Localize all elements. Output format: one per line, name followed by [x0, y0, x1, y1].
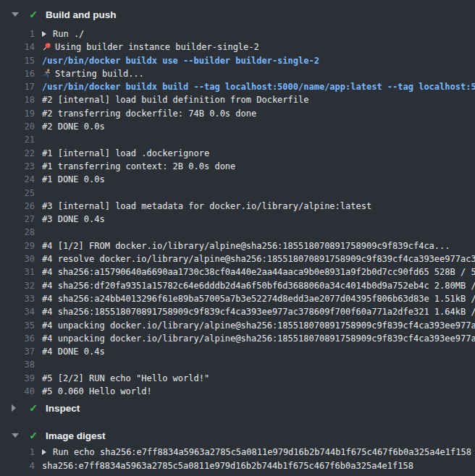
line-number: 32 — [0, 279, 35, 292]
runner-icon — [42, 69, 51, 78]
section-header-image-digest[interactable]: ✓Image digest — [0, 428, 475, 443]
line-number: 36 — [0, 332, 35, 345]
log-text: #4 resolve docker.io/library/alpine@sha2… — [42, 252, 475, 265]
log-text: #4 DONE 0.4s — [42, 345, 105, 358]
success-check-icon: ✓ — [28, 430, 39, 441]
chevron-right-glyph — [12, 404, 16, 412]
log-line[interactable]: 1Run echo sha256:e7ff8834a5963a2785c5a08… — [0, 446, 475, 459]
expand-run-icon[interactable] — [42, 449, 46, 455]
log-line[interactable]: 26#3 [internal] load metadata for docker… — [0, 200, 475, 213]
log-line[interactable]: 19#2 transferring dockerfile: 74B 0.0s d… — [0, 107, 475, 120]
log-text: #2 DONE 0.0s — [42, 120, 105, 133]
line-number: 23 — [0, 160, 35, 173]
log-text: Run echo sha256:e7ff8834a5963a2785c5a081… — [42, 446, 471, 459]
log-text: #4 [1/2] FROM docker.io/library/alpine@s… — [42, 239, 450, 252]
line-number: 24 — [0, 173, 35, 186]
line-number: 28 — [0, 226, 35, 239]
log-text: #4 sha256:a15790640a6690aa1730c38cf0a440… — [42, 265, 475, 279]
log-line[interactable]: 39#5 [2/2] RUN echo "Hello world!" — [0, 372, 475, 385]
line-number: 17 — [0, 80, 35, 93]
line-number: 1 — [0, 27, 35, 41]
log-line[interactable]: 27#3 DONE 0.4s — [0, 213, 475, 226]
chevron-right-icon[interactable] — [12, 404, 20, 412]
line-number: 14 — [0, 41, 35, 54]
log-text: #1 [internal] load .dockerignore — [42, 147, 209, 160]
line-number: 39 — [0, 372, 35, 385]
line-number: 4 — [0, 459, 35, 472]
log-line[interactable]: 28 — [0, 226, 475, 239]
log-line[interactable]: 16Starting build... — [0, 67, 475, 80]
line-number: 16 — [0, 67, 35, 80]
line-number: 37 — [0, 345, 35, 358]
line-number: 15 — [0, 54, 35, 67]
log-section-build-and-push: ✓Build and push1Run ./14Using builder in… — [0, 7, 475, 398]
log-text: #4 sha256:185518070891758909c9f839cf4ca3… — [42, 305, 475, 318]
log-line[interactable]: 17/usr/bin/docker buildx build --tag loc… — [0, 80, 475, 93]
log-section-inspect: ✓Inspect — [0, 401, 475, 415]
section-label: Image digest — [46, 430, 106, 441]
log-text: #4 unpacking docker.io/library/alpine@sh… — [42, 319, 475, 332]
log-text: #3 DONE 0.4s — [42, 213, 105, 226]
log-text: #4 sha256:df20fa9351a15782c64e6dddb2d4a6… — [42, 279, 475, 292]
success-check-icon: ✓ — [28, 9, 39, 20]
chevron-down-icon[interactable] — [12, 12, 20, 17]
log-line[interactable]: 30#4 resolve docker.io/library/alpine@sh… — [0, 252, 475, 265]
section-header-build-and-push[interactable]: ✓Build and push — [0, 7, 475, 22]
log-text: #4 unpacking docker.io/library/alpine@sh… — [42, 332, 475, 345]
log-line[interactable]: 14Using builder instance builder-single-… — [0, 41, 475, 54]
section-log-lines: 1Run ./14Using builder instance builder-… — [0, 27, 475, 398]
log-line[interactable]: 35#4 unpacking docker.io/library/alpine@… — [0, 319, 475, 332]
log-text: #1 DONE 0.0s — [42, 173, 105, 186]
log-line[interactable]: 18#2 [internal] load build definition fr… — [0, 93, 475, 106]
pushpin-icon — [42, 42, 51, 51]
log-line[interactable]: 20#2 DONE 0.0s — [0, 120, 475, 133]
section-label: Build and push — [46, 9, 117, 20]
log-line[interactable]: 25 — [0, 187, 475, 200]
line-number: 33 — [0, 292, 35, 305]
log-text: #5 [2/2] RUN echo "Hello world!" — [42, 372, 209, 385]
chevron-down-glyph — [12, 433, 19, 438]
section-label: Inspect — [46, 403, 80, 414]
log-line[interactable]: 36#4 unpacking docker.io/library/alpine@… — [0, 332, 475, 345]
chevron-down-icon[interactable] — [12, 433, 20, 438]
log-line[interactable]: 38 — [0, 358, 475, 371]
expand-run-icon[interactable] — [42, 31, 46, 37]
log-line[interactable]: 40#5 0.060 Hello world! — [0, 385, 475, 398]
log-line[interactable]: 37#4 DONE 0.4s — [0, 345, 475, 358]
line-number: 31 — [0, 265, 35, 279]
log-text: #4 sha256:a24bb4013296f61e89ba57005a7b3e… — [42, 292, 475, 305]
line-number: 27 — [0, 213, 35, 226]
line-number: 26 — [0, 200, 35, 213]
workflow-log-viewer: ✓Build and push1Run ./14Using builder in… — [0, 7, 475, 472]
log-text: #5 0.060 Hello world! — [42, 385, 152, 398]
log-line[interactable]: 24#1 DONE 0.0s — [0, 173, 475, 186]
line-number: 29 — [0, 239, 35, 252]
log-text: #3 [internal] load metadata for docker.i… — [42, 200, 371, 213]
log-line[interactable]: 21 — [0, 133, 475, 146]
log-line[interactable]: 1Run ./ — [0, 27, 475, 41]
log-text: /usr/bin/docker buildx build --tag local… — [42, 80, 475, 93]
section-log-lines: 1Run echo sha256:e7ff8834a5963a2785c5a08… — [0, 446, 475, 472]
log-line[interactable]: 33#4 sha256:a24bb4013296f61e89ba57005a7b… — [0, 292, 475, 305]
log-text: Starting build... — [42, 67, 144, 80]
line-number: 35 — [0, 319, 35, 332]
log-line[interactable]: 31#4 sha256:a15790640a6690aa1730c38cf0a4… — [0, 265, 475, 279]
log-line[interactable]: 15/usr/bin/docker buildx use --builder b… — [0, 54, 475, 67]
line-number: 25 — [0, 187, 35, 200]
line-number: 19 — [0, 107, 35, 120]
section-header-inspect[interactable]: ✓Inspect — [0, 401, 475, 415]
log-line[interactable]: 4sha256:e7ff8834a5963a2785c5a0811e979d16… — [0, 459, 475, 472]
log-line[interactable]: 29#4 [1/2] FROM docker.io/library/alpine… — [0, 239, 475, 252]
log-text: /usr/bin/docker buildx use --builder bui… — [42, 54, 319, 67]
log-line[interactable]: 34#4 sha256:185518070891758909c9f839cf4c… — [0, 305, 475, 318]
line-number: 1 — [0, 446, 35, 459]
line-number: 22 — [0, 147, 35, 160]
success-check-icon: ✓ — [28, 402, 39, 414]
line-number: 30 — [0, 252, 35, 265]
log-text: #2 [internal] load build definition from… — [42, 93, 308, 106]
log-line[interactable]: 32#4 sha256:df20fa9351a15782c64e6dddb2d4… — [0, 279, 475, 292]
log-line[interactable]: 23#1 transferring context: 2B 0.0s done — [0, 160, 475, 173]
log-line[interactable]: 22#1 [internal] load .dockerignore — [0, 147, 475, 160]
log-section-image-digest: ✓Image digest1Run echo sha256:e7ff8834a5… — [0, 428, 475, 472]
line-number: 18 — [0, 93, 35, 106]
